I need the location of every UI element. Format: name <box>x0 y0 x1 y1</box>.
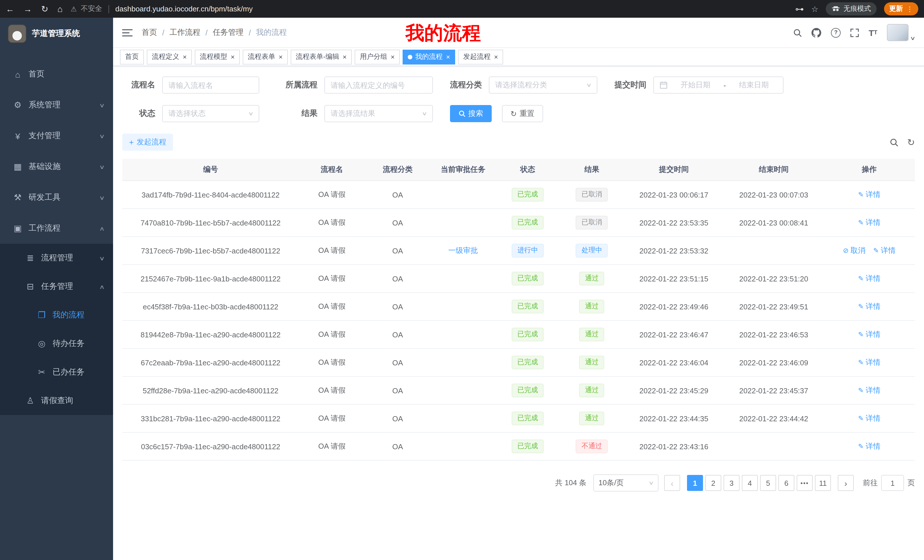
detail-link[interactable]: 详情 <box>858 414 880 422</box>
task-link[interactable]: 一级审批 <box>448 246 478 255</box>
page-button[interactable]: 11 <box>815 475 831 491</box>
tab-close-icon[interactable] <box>494 53 498 60</box>
detail-link[interactable]: 详情 <box>858 218 880 227</box>
detail-link[interactable]: 详情 <box>858 274 880 283</box>
result-select[interactable]: 请选择流结果 <box>324 105 433 122</box>
sidebar-item-devtools[interactable]: ⚒ 研发工具 <box>0 182 113 213</box>
update-button[interactable]: 更新 <box>884 2 918 15</box>
process-name-input[interactable] <box>162 76 259 94</box>
logo[interactable]: 芋道管理系统 <box>0 18 113 49</box>
column-header: 结果 <box>560 159 624 181</box>
page-size-select[interactable]: 10条/页 <box>593 475 658 491</box>
detail-link[interactable]: 详情 <box>858 190 880 199</box>
cell-status: 已完成 <box>495 209 560 237</box>
user-menu[interactable]: ∨ <box>887 24 915 41</box>
page-button[interactable]: ••• <box>796 475 813 491</box>
search-button[interactable]: 搜索 <box>450 105 492 122</box>
github-icon[interactable] <box>812 28 821 37</box>
end-date-placeholder[interactable]: 结束日期 <box>730 80 777 90</box>
tab[interactable]: 我的流程 <box>403 49 455 64</box>
table-refresh-icon[interactable] <box>907 137 915 148</box>
category-select[interactable]: 请选择流程分类 <box>489 76 597 94</box>
create-process-label: 发起流程 <box>136 137 166 147</box>
start-date-placeholder[interactable]: 开始日期 <box>672 80 719 90</box>
cell-result: 通过 <box>560 320 624 349</box>
cell-process-name: OA 请假 <box>299 293 364 320</box>
tab-close-icon[interactable] <box>231 53 235 60</box>
sidebar-item-leave-query[interactable]: ♙ 请假查询 <box>0 386 113 415</box>
process-definition-input[interactable] <box>324 76 433 94</box>
sidebar-item-payment[interactable]: ¥ 支付管理 <box>0 120 113 151</box>
page-button[interactable]: 5 <box>760 475 776 491</box>
browser-home-icon[interactable]: ⌂ <box>57 4 63 13</box>
bookmark-star-icon[interactable]: ☆ <box>811 4 818 13</box>
tab[interactable]: 流程模型 <box>195 49 240 64</box>
page-button[interactable]: 4 <box>742 475 758 491</box>
next-page-button[interactable] <box>838 475 854 491</box>
sidebar-item-system[interactable]: ⚙ 系统管理 <box>0 90 113 120</box>
sidebar-item-todo-tasks[interactable]: ◎ 待办任务 <box>0 329 113 358</box>
prev-page-button[interactable] <box>664 475 680 491</box>
tab[interactable]: 首页 <box>120 49 144 64</box>
search-icon[interactable] <box>793 28 802 37</box>
cancel-link[interactable]: 取消 <box>843 246 866 255</box>
detail-link[interactable]: 详情 <box>858 330 880 338</box>
breadcrumb-item[interactable]: 工作流程 <box>170 27 201 38</box>
reload-icon[interactable]: ↻ <box>41 4 48 13</box>
tab-label: 我的流程 <box>415 52 442 61</box>
reset-button[interactable]: 重置 <box>502 105 543 122</box>
address-bar[interactable]: ⚠ 不安全 dashboard.yudao.iocoder.cn/bpm/tas… <box>70 4 788 14</box>
tab[interactable]: 流程表单-编辑 <box>291 49 352 64</box>
detail-link[interactable]: 详情 <box>873 246 896 255</box>
forward-icon[interactable]: → <box>23 4 32 13</box>
incognito-badge[interactable]: 无痕模式 <box>826 2 877 15</box>
tab[interactable]: 流程表单 <box>243 49 288 64</box>
sidebar-item-my-process[interactable]: ❐ 我的流程 <box>0 301 113 329</box>
tab[interactable]: 用户分组 <box>355 49 400 64</box>
date-range-picker[interactable]: 开始日期 - 结束日期 <box>653 76 783 94</box>
help-icon[interactable]: ? <box>831 28 841 37</box>
sidebar-item-task-management[interactable]: ⊟ 任务管理 <box>0 272 113 301</box>
cell-id: 03c6c157-7b9a-11ec-a290-acde48001122 <box>122 433 299 460</box>
tab-close-icon[interactable] <box>343 53 346 60</box>
tab-close-icon[interactable] <box>183 53 187 60</box>
detail-link[interactable]: 详情 <box>858 358 880 367</box>
avatar[interactable] <box>887 24 909 41</box>
goto-page-input[interactable] <box>881 475 904 491</box>
sidebar-item-infrastructure[interactable]: ▦ 基础设施 <box>0 151 113 182</box>
sidebar-item-label: 待办任务 <box>52 338 84 349</box>
font-size-icon[interactable]: TT <box>868 28 878 37</box>
page-button[interactable]: 1 <box>687 475 703 491</box>
tab[interactable]: 流程定义 <box>147 49 192 64</box>
table-search-icon[interactable] <box>890 138 898 147</box>
status-select[interactable]: 请选择状态 <box>162 105 259 122</box>
sidebar-item-home[interactable]: ⌂ 首页 <box>0 59 113 90</box>
detail-link[interactable]: 详情 <box>858 442 880 451</box>
breadcrumb-item[interactable]: 任务管理 <box>213 27 244 38</box>
tab-close-icon[interactable] <box>391 53 394 60</box>
url-text[interactable]: dashboard.yudao.iocoder.cn/bpm/task/my <box>116 4 253 13</box>
page-button[interactable]: 6 <box>778 475 794 491</box>
browser-menu-dots-icon[interactable] <box>906 5 913 13</box>
sidebar-item-done-tasks[interactable]: ✂ 已办任务 <box>0 358 113 386</box>
tab[interactable]: 发起流程 <box>458 49 503 64</box>
refresh-icon <box>510 109 517 118</box>
chevron-down-icon <box>99 133 105 139</box>
column-header: 提交时间 <box>624 159 724 181</box>
sidebar-toggle-icon[interactable] <box>122 28 132 37</box>
page-button[interactable]: 3 <box>723 475 740 491</box>
key-icon[interactable]: ⊶ <box>795 4 804 13</box>
result-badge: 通过 <box>579 300 604 313</box>
detail-link[interactable]: 详情 <box>858 302 880 310</box>
create-process-button[interactable]: 发起流程 <box>122 133 173 151</box>
cell-category: OA <box>364 404 430 433</box>
fullscreen-icon[interactable] <box>850 28 859 37</box>
sidebar-item-process-management[interactable]: ≣ 流程管理 <box>0 244 113 272</box>
back-icon[interactable]: ← <box>6 4 14 13</box>
breadcrumb-item[interactable]: 首页 <box>142 27 157 38</box>
tab-close-icon[interactable] <box>446 53 450 60</box>
page-button[interactable]: 2 <box>705 475 721 491</box>
sidebar-item-workflow[interactable]: ▣ 工作流程 <box>0 213 113 244</box>
detail-link[interactable]: 详情 <box>858 386 880 394</box>
tab-close-icon[interactable] <box>279 53 283 60</box>
